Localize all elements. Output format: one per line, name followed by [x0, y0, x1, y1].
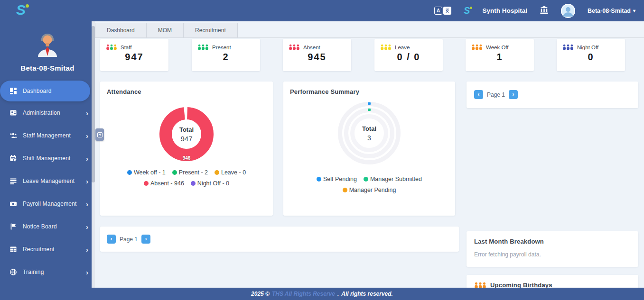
sidebar-item-staff-management[interactable]: Staff Management ›	[0, 124, 95, 147]
app-logo: S	[16, 2, 26, 18]
donut-center-label: Total	[362, 125, 376, 132]
people-icon	[197, 44, 209, 50]
stat-card-week-off: Week Off 1	[466, 39, 534, 71]
stat-value: 947	[106, 52, 163, 63]
legend-week-off[interactable]: Week off - 1	[127, 169, 166, 176]
pagination: ‹ Page 1 ›	[107, 235, 452, 244]
legend-leave[interactable]: Leave - 0	[215, 169, 246, 176]
last-month-title: Last Month Breakdown	[474, 238, 631, 245]
footer: 2025 © THS All Rights Reserve . All righ…	[0, 288, 644, 300]
donut-center-value: 3	[367, 134, 371, 142]
sidebar-item-label: Training	[23, 269, 44, 275]
legend-self-pending[interactable]: Self Pending	[317, 176, 357, 182]
performance-donut-chart: Total 3	[338, 102, 401, 164]
sidebar-item-payroll-management[interactable]: Payroll Management ›	[0, 192, 95, 215]
sidebar-scrollbar[interactable]	[92, 21, 95, 300]
prev-page-button[interactable]: ‹	[474, 90, 483, 99]
legend-label: Night Off - 0	[197, 180, 229, 187]
tab-mom[interactable]: MOM	[147, 23, 184, 37]
legend-manager-submitted[interactable]: Manager Submitted	[364, 176, 422, 182]
legend-night-off[interactable]: Night Off - 0	[191, 180, 229, 187]
sidebar-item-training[interactable]: Training ›	[0, 261, 95, 283]
stat-card-night-off: Night Off 0	[557, 39, 625, 71]
legend-label: Leave - 0	[221, 169, 246, 176]
footer-link[interactable]: THS All Rights Reserve	[272, 291, 335, 297]
training-icon	[9, 268, 17, 276]
user-menu[interactable]: Beta-08-Smitad ▾	[588, 8, 635, 14]
top-header: S A S Synth Hospital Beta-08-Smitad ▾	[0, 0, 644, 21]
hospital-name: Synth Hospital	[482, 7, 527, 14]
legend-dot	[191, 181, 196, 186]
birthday-title: Upcoming Birthdays	[490, 282, 552, 288]
administration-icon	[9, 109, 17, 117]
sidebar-item-shift-management[interactable]: Shift Management ›	[0, 147, 95, 170]
attendance-card: Attendance Total 947 946 Week off - 1 Pr…	[100, 82, 273, 216]
stat-card-absent: Absent 945	[283, 39, 351, 71]
chevron-right-icon: ›	[86, 132, 88, 139]
translate-icon[interactable]: A	[434, 7, 451, 15]
people-icon	[106, 44, 117, 50]
sidebar: Beta-08-Smitad Dashboard Administration …	[0, 21, 95, 300]
donut-slice-label: 946	[158, 155, 215, 161]
chevron-right-icon: ›	[86, 109, 88, 117]
payroll-error-message: Error fetching payroll data.	[474, 251, 631, 258]
sidebar-item-notice-board[interactable]: Notice Board ›	[0, 215, 95, 238]
bottom-panel-card: ‹ Page 1 ›	[100, 227, 459, 252]
next-page-button[interactable]: ›	[141, 235, 150, 244]
legend-dot	[144, 181, 149, 186]
main-content: Dashboard MOM Recruitment Staff 947 Pres…	[95, 21, 644, 288]
sidebar-item-recruitment[interactable]: Recruitment ›	[0, 238, 95, 261]
people-icon	[562, 44, 574, 50]
stat-label: Leave	[395, 45, 410, 50]
people-icon	[289, 44, 300, 50]
sidebar-scrollbar-thumb[interactable]	[92, 26, 95, 182]
tab-dashboard[interactable]: Dashboard	[95, 23, 147, 37]
sidebar-collapse-button[interactable]: ◂	[95, 128, 104, 141]
legend-manager-pending[interactable]: Manager Pending	[343, 187, 396, 193]
tab-recruitment[interactable]: Recruitment	[184, 23, 238, 37]
footer-rights: All rights reserved.	[341, 291, 393, 297]
recruitment-icon	[9, 245, 17, 253]
stat-label: Night Off	[577, 45, 598, 50]
sidebar-item-label: Administration	[23, 109, 60, 116]
sidebar-item-label: Payroll Management	[23, 200, 77, 207]
donut-center-value: 947	[180, 135, 192, 143]
sidebar-item-leave-management[interactable]: Leave Management ›	[0, 170, 95, 192]
donut-center-label: Total	[179, 126, 194, 133]
sidebar-item-administration[interactable]: Administration ›	[0, 101, 95, 124]
page-indicator: Page 1	[120, 236, 138, 243]
caret-down-icon: ▾	[633, 8, 635, 13]
legend-label: Week off - 1	[134, 169, 166, 176]
sidebar-item-label: Recruitment	[23, 246, 55, 253]
footer-year: 2025 ©	[251, 291, 270, 297]
chevron-right-icon: ›	[86, 223, 88, 230]
stat-label: Staff	[121, 45, 131, 50]
leave-management-icon	[9, 177, 17, 185]
legend-dot	[317, 177, 321, 182]
chevron-right-icon: ›	[86, 155, 88, 162]
sidebar-item-label: Notice Board	[23, 223, 57, 230]
user-avatar[interactable]	[561, 4, 575, 18]
prev-page-button[interactable]: ‹	[107, 235, 116, 244]
legend-absent[interactable]: Absent - 946	[144, 180, 184, 187]
user-name: Beta-08-Smitad	[588, 8, 631, 14]
stat-value: 1	[471, 52, 528, 63]
sidebar-item-label: Dashboard	[23, 88, 52, 94]
people-icon	[474, 282, 486, 288]
legend-dot	[364, 177, 368, 182]
performance-summary-card: Performance Summary Total 3 Self Pending…	[283, 82, 455, 216]
collapse-sidebar-icon: ◂	[97, 132, 103, 137]
pagination: ‹ Page 1 ›	[474, 90, 631, 99]
stat-value: 0	[562, 52, 619, 63]
stat-label: Present	[212, 45, 231, 50]
bank-icon[interactable]	[540, 6, 549, 16]
legend-label: Present - 2	[179, 169, 208, 176]
sidebar-item-dashboard[interactable]: Dashboard	[0, 81, 90, 101]
next-page-button[interactable]: ›	[509, 90, 518, 99]
footer-dot: .	[337, 291, 339, 297]
logo-dot	[470, 7, 472, 9]
staff-management-icon	[9, 132, 17, 139]
legend-present[interactable]: Present - 2	[172, 169, 208, 176]
chevron-right-icon: ›	[86, 269, 88, 276]
shift-management-icon	[9, 155, 17, 162]
